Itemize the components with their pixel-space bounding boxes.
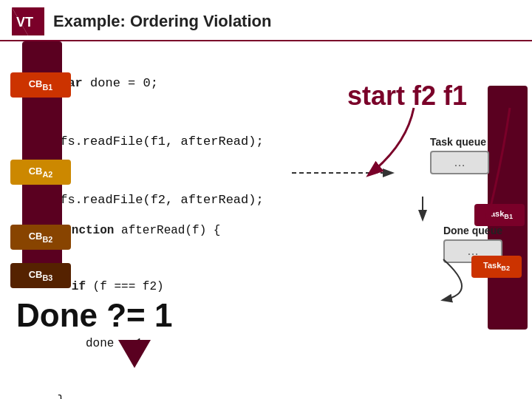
function-rest: afterRead(f) { xyxy=(114,224,220,237)
cb-a2-sub: A2 xyxy=(42,170,52,179)
task-b2-sub: B2 xyxy=(501,265,510,273)
cb-b2-label: CBB2 xyxy=(29,231,53,244)
cb-a2-label: CBA2 xyxy=(29,166,53,179)
header: VT Example: Ordering Violation xyxy=(0,0,532,41)
task-b2-label: TaskB2 xyxy=(483,261,510,272)
task-b2-box: TaskB2 xyxy=(471,256,522,278)
done-queue-label: Done queue xyxy=(443,225,502,236)
task-queue-ellipsis: … xyxy=(454,156,466,169)
cb-b3-sub: B3 xyxy=(42,273,52,282)
close-brace-text: } xyxy=(58,394,65,399)
cb-b2-sub: B2 xyxy=(42,235,52,244)
done-question-label: Done ?= 1 xyxy=(16,297,173,334)
arrow-pointer xyxy=(118,340,151,368)
task-b1-sub: B1 xyxy=(504,214,513,221)
cb-b2-box: CBB2 xyxy=(10,225,71,250)
if-rest: (f === f2) xyxy=(86,280,164,293)
task-queue-area: Task queue … xyxy=(430,136,489,174)
page-title: Example: Ordering Violation xyxy=(53,12,271,31)
task-queue-label: Task queue xyxy=(430,136,489,148)
task-queue-inner: … xyxy=(430,151,489,174)
f2-text: f2 xyxy=(412,81,436,111)
cb-a2-box: CBA2 xyxy=(10,160,71,185)
code-text-2: fs.readFile(f1, afterRead); xyxy=(60,134,263,149)
start-label: start f2 f1 xyxy=(347,83,467,109)
cb-b1-label: CBB1 xyxy=(29,78,53,92)
task-b1-box: TaskB1 xyxy=(474,204,525,226)
f1-text: f1 xyxy=(443,81,467,111)
close-brace-line: } xyxy=(15,372,220,399)
vt-logo: VT xyxy=(12,7,44,35)
start-text: start xyxy=(347,81,405,111)
svg-text:VT: VT xyxy=(16,15,33,30)
main-content: var done = 0; fs.readFile(f1, afterRead)… xyxy=(0,41,532,395)
cb-b3-label: CBB3 xyxy=(29,269,53,282)
cb-b1-sub: B1 xyxy=(42,83,52,92)
code-text-1: done = 0; xyxy=(83,76,158,90)
task-b1-label: TaskB1 xyxy=(486,209,513,220)
cb-b1-box: CBB1 xyxy=(10,72,71,98)
done-question-text: Done ?= 1 xyxy=(16,297,173,333)
cb-b3-box: CBB3 xyxy=(10,263,71,288)
